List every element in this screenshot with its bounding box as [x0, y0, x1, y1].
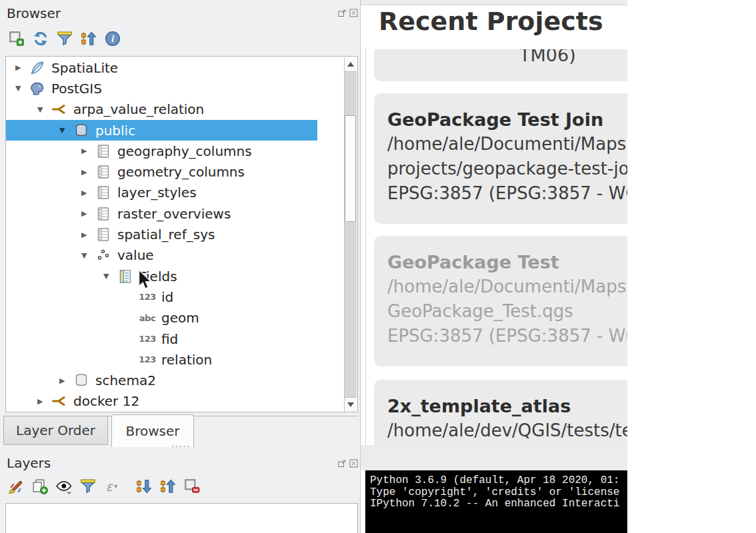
tree-item-value[interactable]: ▼value — [6, 245, 345, 266]
tree-item-label: docker 12 — [73, 393, 139, 409]
filter-legend-button[interactable] — [79, 477, 97, 495]
tree-item-id[interactable]: 123id — [6, 286, 345, 307]
qgis-window: Browser i ▶SpatiaLite▼PostGIS▼arpa_value… — [0, 0, 756, 533]
layers-panel-title: Layers — [7, 455, 51, 471]
project-card[interactable]: GeoPackage Test/home/ale/Documenti/MapsG… — [374, 236, 627, 366]
recent-projects-list[interactable]: TM06) GeoPackage Test Join/home/ale/Docu… — [365, 49, 627, 445]
postgis-icon — [29, 80, 46, 97]
tree-item-relation[interactable]: 123relation — [6, 349, 345, 370]
project-card-clipped[interactable]: TM06) — [374, 49, 627, 81]
browser-panel-window-buttons — [338, 9, 358, 17]
layers-toolbar: ε▾ — [7, 477, 201, 495]
tree-item-geom[interactable]: abcgeom — [6, 308, 345, 328]
table-icon — [95, 143, 112, 160]
tree-item-geography_columns[interactable]: ▶geography_columns — [6, 141, 345, 161]
console-line: IPython 7.10.2 -- An enhanced Interacti — [370, 498, 627, 510]
project-card[interactable]: GeoPackage Test Join/home/ale/Documenti/… — [374, 93, 627, 224]
tree-item-label: value — [117, 247, 154, 263]
expand-all-button[interactable] — [135, 477, 153, 495]
expand-right-icon[interactable]: ▶ — [14, 63, 29, 72]
expand-down-icon[interactable]: ▼ — [14, 84, 29, 93]
tree-item-label: geom — [161, 310, 199, 326]
scroll-down-icon[interactable] — [345, 397, 357, 412]
table-icon — [95, 226, 112, 243]
expand-down-icon[interactable]: ▼ — [102, 272, 117, 280]
refresh-button[interactable] — [31, 29, 49, 47]
abc-icon: abc — [139, 309, 156, 326]
open-layer-styling-button[interactable] — [7, 477, 25, 495]
expand-right-icon[interactable]: ▶ — [36, 397, 51, 406]
tree-item-postgis[interactable]: ▼PostGIS — [6, 78, 345, 99]
tab-layer-order[interactable]: Layer Order — [3, 416, 108, 445]
scroll-up-icon[interactable] — [345, 57, 357, 72]
tree-item-arpa_value_relation[interactable]: ▼arpa_value_relation — [6, 99, 345, 120]
tree-item-label: public — [95, 123, 135, 139]
python-console[interactable]: Python 3.6.9 (default, Apr 18 2020, 01:T… — [365, 470, 627, 533]
123-icon: 123 — [139, 330, 156, 348]
welcome-screen: Recent Projects TM06) GeoPackage Test Jo… — [361, 0, 627, 445]
expand-right-icon[interactable]: ▶ — [80, 209, 95, 218]
manage-map-themes-button[interactable] — [55, 477, 73, 495]
connection-icon — [51, 101, 68, 118]
expand-right-icon[interactable]: ▶ — [80, 168, 95, 177]
tree-item-label: spatial_ref_sys — [117, 227, 215, 243]
tree-item-layer_styles[interactable]: ▶layer_styles — [6, 183, 345, 203]
expand-right-icon[interactable]: ▶ — [80, 189, 95, 197]
collapse-all-button[interactable] — [159, 477, 177, 495]
add-selected-layers-button[interactable] — [7, 29, 25, 47]
points-icon — [95, 247, 112, 264]
project-detail: /home/ale/Documenti/Maps — [387, 274, 627, 299]
project-detail: GeoPackage_Test.qgs — [387, 299, 627, 324]
tree-item-fields[interactable]: ▼Fields — [6, 266, 345, 286]
tree-item-label: layer_styles — [117, 185, 197, 201]
expand-right-icon[interactable]: ▶ — [58, 376, 73, 385]
tree-scrollbar[interactable] — [344, 57, 357, 412]
tree-item-label: geography_columns — [117, 143, 252, 159]
float-panel-icon[interactable] — [338, 9, 347, 17]
tree-item-label: fid — [161, 331, 178, 347]
tree-item-label: raster_overviews — [117, 206, 231, 222]
filter-browser-button[interactable] — [55, 29, 73, 47]
dock-splitter-handle[interactable]: ····· — [162, 441, 199, 453]
tree-item-label: SpatiaLite — [51, 60, 118, 76]
tree-item-label: PostGIS — [51, 81, 102, 97]
close-panel-icon[interactable] — [349, 459, 358, 468]
float-panel-icon[interactable] — [338, 459, 347, 468]
tree-item-spatialite[interactable]: ▶SpatiaLite — [6, 57, 345, 78]
spatialite-icon — [29, 59, 46, 77]
tree-item-spatial_ref_sys[interactable]: ▶spatial_ref_sys — [6, 224, 345, 245]
connection-icon — [51, 392, 68, 410]
welcome-top-strip — [361, 0, 627, 5]
tree-item-label: arpa_value_relation — [73, 101, 204, 117]
add-group-button[interactable] — [31, 477, 49, 495]
123-icon: 123 — [139, 288, 156, 306]
expand-down-icon[interactable]: ▼ — [80, 251, 95, 260]
expand-right-icon[interactable]: ▶ — [80, 147, 95, 155]
close-panel-icon[interactable] — [349, 9, 358, 17]
tree-item-schema2[interactable]: ▶schema2 — [6, 370, 345, 390]
tree-item-docker-12[interactable]: ▶docker 12 — [6, 391, 345, 412]
layers-panel-window-buttons — [338, 459, 358, 468]
tree-item-geometry_columns[interactable]: ▶geometry_columns — [6, 161, 345, 182]
expand-down-icon[interactable]: ▼ — [58, 126, 73, 135]
project-title: GeoPackage Test — [387, 251, 627, 274]
scrollbar-thumb[interactable] — [345, 115, 356, 222]
properties-button[interactable]: i — [103, 29, 121, 47]
browser-panel-title: Browser — [7, 5, 61, 21]
collapse-all-button[interactable] — [79, 29, 97, 47]
expand-right-icon[interactable]: ▶ — [80, 231, 95, 239]
project-title: 2x_template_atlas — [387, 394, 627, 418]
table-icon — [95, 205, 112, 223]
tree-item-public[interactable]: ▼public — [6, 120, 317, 141]
browser-tree: ▶SpatiaLite▼PostGIS▼arpa_value_relation▼… — [5, 56, 358, 412]
expand-down-icon[interactable]: ▼ — [36, 105, 51, 114]
remove-layer-group-button[interactable] — [183, 477, 201, 495]
project-detail: EPSG:3857 (EPSG:3857 - WGS — [387, 181, 627, 206]
tree-item-label: Fields — [139, 268, 177, 284]
tree-item-raster_overviews[interactable]: ▶raster_overviews — [6, 203, 345, 224]
project-card[interactable]: 2x_template_atlas/home/ale/dev/QGIS/test… — [374, 380, 627, 445]
tree-item-fid[interactable]: 123fid — [6, 328, 345, 349]
layers-list-empty[interactable] — [5, 503, 358, 533]
filter-by-expression-button[interactable]: ε▾ — [103, 477, 121, 495]
project-title: GeoPackage Test Join — [387, 108, 627, 132]
